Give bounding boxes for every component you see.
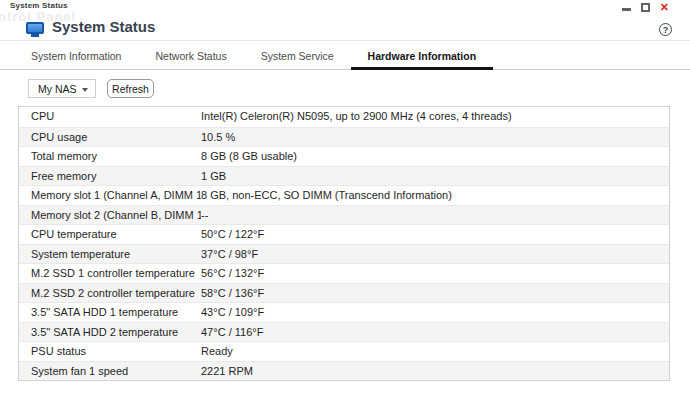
table-row: PSU status Ready — [19, 341, 669, 361]
device-selector-dropdown[interactable]: My NAS — [28, 79, 96, 98]
row-value: 43°C / 109°F — [201, 303, 669, 322]
row-value: 50°C / 122°F — [201, 225, 669, 244]
minimize-button[interactable] — [622, 4, 631, 11]
chevron-down-icon — [82, 88, 88, 92]
row-value: Ready — [201, 342, 669, 361]
row-value: 47°C / 116°F — [201, 323, 669, 342]
table-row: CPU Intel(R) Celeron(R) N5095, up to 290… — [19, 107, 669, 127]
row-label: System fan 1 speed — [19, 362, 201, 381]
tab-hardware-information[interactable]: Hardware Information — [351, 45, 494, 70]
row-value: 8 GB, non-ECC, SO DIMM (Transcend Inform… — [201, 186, 669, 205]
row-value: 2221 RPM — [201, 362, 669, 381]
title-bar: System Status ✕ — [0, 0, 690, 14]
table-row: Free memory 1 GB — [19, 166, 669, 186]
toolbar: My NAS Refresh — [0, 79, 690, 99]
row-value: 1 GB — [201, 167, 669, 186]
table-row: 3.5" SATA HDD 1 temperature 43°C / 109°F — [19, 302, 669, 322]
row-label: CPU — [19, 107, 201, 127]
row-label: Memory slot 1 (Channel A, DIMM 1) — [19, 186, 201, 205]
table-row: CPU temperature 50°C / 122°F — [19, 224, 669, 244]
minimize-icon — [622, 8, 631, 11]
maximize-button[interactable] — [641, 3, 650, 12]
row-label: CPU temperature — [19, 225, 201, 244]
table-row: Memory slot 1 (Channel A, DIMM 1) 8 GB, … — [19, 185, 669, 205]
row-label: Free memory — [19, 167, 201, 186]
close-icon: ✕ — [660, 2, 669, 12]
row-label: M.2 SSD 1 controller temperature — [19, 264, 201, 283]
row-value: Intel(R) Celeron(R) N5095, up to 2900 MH… — [201, 107, 669, 127]
refresh-button-label: Refresh — [112, 83, 149, 95]
row-label: Memory slot 2 (Channel B, DIMM 1) — [19, 206, 201, 225]
close-button[interactable]: ✕ — [660, 2, 669, 12]
app-header: System Status ? — [0, 18, 690, 40]
row-label: 3.5" SATA HDD 2 temperature — [19, 323, 201, 342]
table-row: 3.5" SATA HDD 2 temperature 47°C / 116°F — [19, 322, 669, 342]
page-title: System Status — [52, 18, 155, 35]
row-label: M.2 SSD 2 controller temperature — [19, 284, 201, 303]
row-value: 37°C / 98°F — [201, 245, 669, 264]
tab-network-status[interactable]: Network Status — [138, 45, 243, 70]
row-value: 8 GB (8 GB usable) — [201, 147, 669, 166]
table-row: CPU usage 10.5 % — [19, 127, 669, 147]
table-row: M.2 SSD 1 controller temperature 56°C / … — [19, 263, 669, 283]
tab-bar: System Information Network Status System… — [0, 45, 690, 70]
row-value: 56°C / 132°F — [201, 264, 669, 283]
row-value: 58°C / 136°F — [201, 284, 669, 303]
row-label: System temperature — [19, 245, 201, 264]
monitor-icon — [26, 22, 44, 37]
row-label: PSU status — [19, 342, 201, 361]
table-row: M.2 SSD 2 controller temperature 58°C / … — [19, 283, 669, 303]
window-controls: ✕ — [622, 2, 669, 12]
row-label: 3.5" SATA HDD 1 temperature — [19, 303, 201, 322]
help-button[interactable]: ? — [659, 23, 672, 36]
device-selector-value: My NAS — [38, 83, 77, 95]
table-row: Total memory 8 GB (8 GB usable) — [19, 146, 669, 166]
row-label: CPU usage — [19, 128, 201, 147]
table-row: System temperature 37°C / 98°F — [19, 244, 669, 264]
row-label: Total memory — [19, 147, 201, 166]
table-row: Memory slot 2 (Channel B, DIMM 1) -- — [19, 205, 669, 225]
tab-system-information[interactable]: System Information — [14, 45, 138, 70]
maximize-icon — [641, 3, 650, 12]
table-row: System fan 1 speed 2221 RPM — [19, 361, 669, 381]
hardware-info-table: CPU Intel(R) Celeron(R) N5095, up to 290… — [18, 106, 670, 381]
tab-system-service[interactable]: System Service — [244, 45, 351, 70]
row-value: -- — [201, 206, 669, 225]
row-value: 10.5 % — [201, 128, 669, 147]
help-icon: ? — [663, 25, 669, 35]
refresh-button[interactable]: Refresh — [107, 79, 154, 98]
header-divider — [0, 40, 690, 41]
